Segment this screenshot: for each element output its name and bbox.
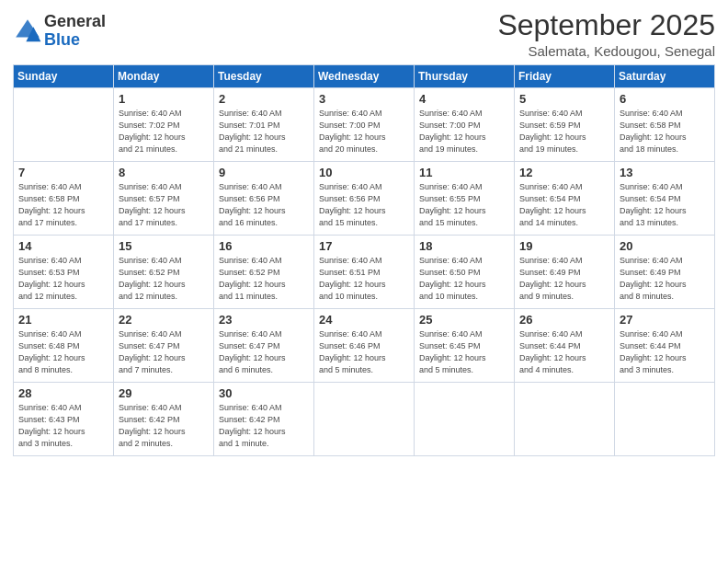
table-row: 12Sunrise: 6:40 AM Sunset: 6:54 PM Dayli… <box>515 162 615 236</box>
table-row: 19Sunrise: 6:40 AM Sunset: 6:49 PM Dayli… <box>515 236 615 309</box>
day-number: 14 <box>18 239 108 253</box>
calendar-week-row: 21Sunrise: 6:40 AM Sunset: 6:48 PM Dayli… <box>14 309 715 383</box>
day-number: 12 <box>519 166 609 179</box>
day-info: Sunrise: 6:40 AM Sunset: 6:54 PM Dayligh… <box>620 181 710 229</box>
day-info: Sunrise: 6:40 AM Sunset: 6:59 PM Dayligh… <box>519 108 609 155</box>
day-number: 20 <box>620 239 710 253</box>
table-row: 16Sunrise: 6:40 AM Sunset: 6:52 PM Dayli… <box>214 236 314 309</box>
logo-general: General <box>44 13 106 31</box>
calendar-week-row: 7Sunrise: 6:40 AM Sunset: 6:58 PM Daylig… <box>14 162 715 236</box>
day-info: Sunrise: 6:40 AM Sunset: 6:49 PM Dayligh… <box>620 255 710 303</box>
day-info: Sunrise: 6:40 AM Sunset: 6:42 PM Dayligh… <box>219 402 309 450</box>
day-number: 27 <box>620 313 710 327</box>
day-info: Sunrise: 6:40 AM Sunset: 6:42 PM Dayligh… <box>119 402 209 450</box>
day-number: 4 <box>419 92 509 106</box>
day-info: Sunrise: 6:40 AM Sunset: 6:57 PM Dayligh… <box>119 181 209 229</box>
day-info: Sunrise: 6:40 AM Sunset: 6:50 PM Dayligh… <box>419 255 509 303</box>
day-number: 10 <box>319 166 409 179</box>
day-number: 30 <box>219 386 309 400</box>
table-row: 27Sunrise: 6:40 AM Sunset: 6:44 PM Dayli… <box>615 309 715 383</box>
table-row: 7Sunrise: 6:40 AM Sunset: 6:58 PM Daylig… <box>14 162 114 236</box>
table-row: 14Sunrise: 6:40 AM Sunset: 6:53 PM Dayli… <box>14 236 114 309</box>
day-number: 24 <box>319 313 409 327</box>
table-row: 8Sunrise: 6:40 AM Sunset: 6:57 PM Daylig… <box>114 162 214 236</box>
day-info: Sunrise: 6:40 AM Sunset: 7:00 PM Dayligh… <box>419 108 509 155</box>
table-row: 6Sunrise: 6:40 AM Sunset: 6:58 PM Daylig… <box>615 88 715 162</box>
table-row: 26Sunrise: 6:40 AM Sunset: 6:44 PM Dayli… <box>515 309 615 383</box>
day-number: 13 <box>620 166 710 179</box>
table-row: 21Sunrise: 6:40 AM Sunset: 6:48 PM Dayli… <box>14 309 114 383</box>
table-row <box>615 383 715 456</box>
table-row: 9Sunrise: 6:40 AM Sunset: 6:56 PM Daylig… <box>214 162 314 236</box>
day-number: 29 <box>119 386 209 400</box>
day-number: 8 <box>119 166 209 179</box>
day-number: 5 <box>519 92 609 106</box>
calendar-page: General Blue September 2025 Salemata, Ke… <box>0 0 728 563</box>
table-row: 15Sunrise: 6:40 AM Sunset: 6:52 PM Dayli… <box>114 236 214 309</box>
day-number: 2 <box>219 92 309 106</box>
day-info: Sunrise: 6:40 AM Sunset: 7:01 PM Dayligh… <box>219 108 309 155</box>
day-info: Sunrise: 6:40 AM Sunset: 6:48 PM Dayligh… <box>18 328 108 376</box>
table-row: 28Sunrise: 6:40 AM Sunset: 6:43 PM Dayli… <box>14 383 114 456</box>
table-row: 18Sunrise: 6:40 AM Sunset: 6:50 PM Dayli… <box>415 236 515 309</box>
day-number: 15 <box>119 239 209 253</box>
month-title: September 2025 <box>497 9 715 41</box>
day-number: 18 <box>419 239 509 253</box>
table-row: 11Sunrise: 6:40 AM Sunset: 6:55 PM Dayli… <box>415 162 515 236</box>
table-row: 10Sunrise: 6:40 AM Sunset: 6:56 PM Dayli… <box>314 162 415 236</box>
table-row: 25Sunrise: 6:40 AM Sunset: 6:45 PM Dayli… <box>415 309 515 383</box>
day-number: 22 <box>119 313 209 327</box>
day-info: Sunrise: 6:40 AM Sunset: 6:47 PM Dayligh… <box>219 328 309 376</box>
table-row: 5Sunrise: 6:40 AM Sunset: 6:59 PM Daylig… <box>515 88 615 162</box>
logo: General Blue <box>13 13 106 50</box>
table-row: 4Sunrise: 6:40 AM Sunset: 7:00 PM Daylig… <box>415 88 515 162</box>
day-info: Sunrise: 6:40 AM Sunset: 6:55 PM Dayligh… <box>419 181 509 229</box>
title-block: September 2025 Salemata, Kedougou, Seneg… <box>497 9 715 59</box>
day-number: 11 <box>419 166 509 179</box>
day-number: 6 <box>620 92 710 106</box>
table-row: 3Sunrise: 6:40 AM Sunset: 7:00 PM Daylig… <box>314 88 415 162</box>
table-row: 17Sunrise: 6:40 AM Sunset: 6:51 PM Dayli… <box>314 236 415 309</box>
calendar-week-row: 14Sunrise: 6:40 AM Sunset: 6:53 PM Dayli… <box>14 236 715 309</box>
day-info: Sunrise: 6:40 AM Sunset: 6:56 PM Dayligh… <box>219 181 309 229</box>
day-number: 26 <box>519 313 609 327</box>
header-saturday: Saturday <box>615 65 715 88</box>
header-monday: Monday <box>114 65 214 88</box>
logo-icon <box>13 17 42 46</box>
day-info: Sunrise: 6:40 AM Sunset: 6:56 PM Dayligh… <box>319 181 409 229</box>
day-number: 9 <box>219 166 309 179</box>
logo-blue: Blue <box>44 31 106 50</box>
day-number: 1 <box>119 92 209 106</box>
day-info: Sunrise: 6:40 AM Sunset: 6:49 PM Dayligh… <box>519 255 609 303</box>
calendar-week-row: 28Sunrise: 6:40 AM Sunset: 6:43 PM Dayli… <box>14 383 715 456</box>
day-number: 7 <box>18 166 108 179</box>
day-info: Sunrise: 6:40 AM Sunset: 6:54 PM Dayligh… <box>519 181 609 229</box>
table-row: 13Sunrise: 6:40 AM Sunset: 6:54 PM Dayli… <box>615 162 715 236</box>
header-tuesday: Tuesday <box>214 65 314 88</box>
day-number: 25 <box>419 313 509 327</box>
day-number: 28 <box>18 386 108 400</box>
weekday-header-row: Sunday Monday Tuesday Wednesday Thursday… <box>14 65 715 88</box>
calendar-table: Sunday Monday Tuesday Wednesday Thursday… <box>13 64 715 456</box>
header-sunday: Sunday <box>14 65 114 88</box>
table-row: 30Sunrise: 6:40 AM Sunset: 6:42 PM Dayli… <box>214 383 314 456</box>
table-row: 23Sunrise: 6:40 AM Sunset: 6:47 PM Dayli… <box>214 309 314 383</box>
table-row: 20Sunrise: 6:40 AM Sunset: 6:49 PM Dayli… <box>615 236 715 309</box>
table-row <box>415 383 515 456</box>
day-info: Sunrise: 6:40 AM Sunset: 6:53 PM Dayligh… <box>18 255 108 303</box>
day-info: Sunrise: 6:40 AM Sunset: 6:44 PM Dayligh… <box>620 328 710 376</box>
day-number: 21 <box>18 313 108 327</box>
header-wednesday: Wednesday <box>314 65 415 88</box>
table-row: 2Sunrise: 6:40 AM Sunset: 7:01 PM Daylig… <box>214 88 314 162</box>
day-info: Sunrise: 6:40 AM Sunset: 6:43 PM Dayligh… <box>18 402 108 450</box>
location-title: Salemata, Kedougou, Senegal <box>497 43 715 59</box>
day-number: 19 <box>519 239 609 253</box>
table-row <box>14 88 114 162</box>
day-info: Sunrise: 6:40 AM Sunset: 6:52 PM Dayligh… <box>119 255 209 303</box>
day-info: Sunrise: 6:40 AM Sunset: 6:58 PM Dayligh… <box>620 108 710 155</box>
day-info: Sunrise: 6:40 AM Sunset: 6:46 PM Dayligh… <box>319 328 409 376</box>
day-number: 17 <box>319 239 409 253</box>
day-info: Sunrise: 6:40 AM Sunset: 6:58 PM Dayligh… <box>18 181 108 229</box>
day-info: Sunrise: 6:40 AM Sunset: 6:52 PM Dayligh… <box>219 255 309 303</box>
day-info: Sunrise: 6:40 AM Sunset: 7:00 PM Dayligh… <box>319 108 409 155</box>
